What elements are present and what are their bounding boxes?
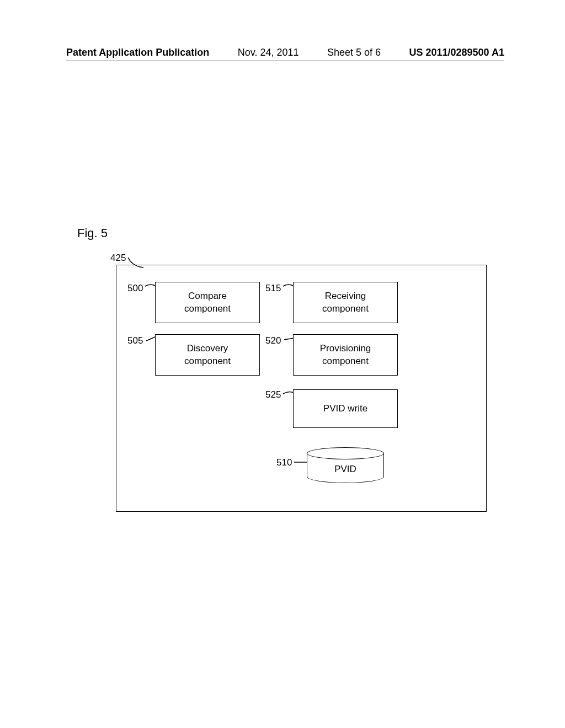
box-provisioning-label: Provisioning component	[320, 342, 371, 367]
ref-500: 500	[127, 283, 143, 294]
figure-caption: Fig. 5	[77, 226, 108, 240]
header-title: Patent Application Publication	[66, 47, 209, 58]
box-receiving: Receiving component	[293, 282, 398, 323]
box-discovery-label: Discovery component	[184, 342, 231, 367]
ref-515: 515	[265, 283, 281, 294]
box-compare-label: Compare component	[184, 290, 231, 314]
box-provisioning: Provisioning component	[293, 334, 398, 376]
box-compare: Compare component	[155, 282, 260, 323]
box-receiving-label: Receiving component	[322, 290, 369, 314]
diagram-container: 500 Compare component 505 Discovery comp…	[116, 265, 487, 512]
header-date: Nov. 24, 2011	[238, 47, 299, 58]
ref-525: 525	[265, 389, 281, 400]
page-header: Patent Application Publication Nov. 24, …	[66, 47, 504, 61]
cylinder-top	[307, 447, 384, 459]
cylinder-label: PVID	[334, 464, 356, 475]
box-pvidwrite-label: PVID write	[323, 403, 367, 415]
box-pvid-write: PVID write	[293, 389, 398, 428]
box-discovery: Discovery component	[155, 334, 260, 376]
ref-505: 505	[127, 335, 143, 346]
ref-425: 425	[110, 253, 126, 264]
ref-510: 510	[276, 457, 292, 468]
cylinder-pvid: PVID	[307, 447, 384, 486]
header-sheet: Sheet 5 of 6	[327, 47, 381, 58]
leader-510	[293, 459, 308, 465]
header-pubnum: US 2011/0289500 A1	[409, 47, 504, 58]
ref-520: 520	[265, 335, 281, 346]
